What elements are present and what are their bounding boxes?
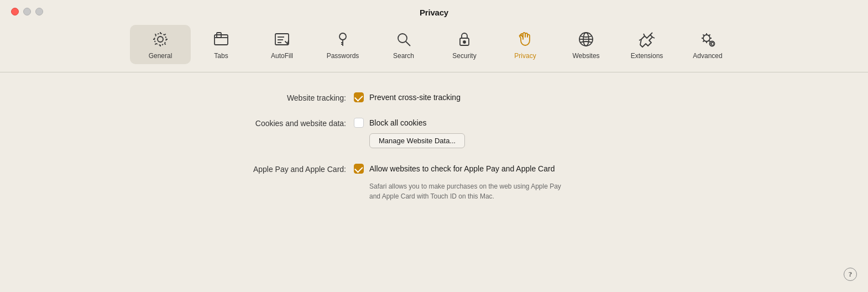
- manage-website-data-button[interactable]: Manage Website Data...: [369, 133, 465, 148]
- tabs-icon: [211, 29, 231, 49]
- window-title: Privacy: [420, 8, 448, 17]
- tab-websites-label: Websites: [572, 52, 599, 60]
- apple-pay-sublabel: Safari allows you to make purchases on t…: [369, 181, 561, 201]
- cookies-checkbox-label: Block all cookies: [369, 118, 427, 127]
- maximize-button[interactable]: [35, 8, 43, 15]
- help-button[interactable]: ?: [844, 268, 857, 281]
- cookies-control: Block all cookies Manage Website Data...: [354, 118, 465, 148]
- search-icon: [394, 29, 414, 49]
- tab-security-label: Security: [452, 52, 476, 60]
- svg-point-19: [703, 35, 710, 41]
- tab-privacy-label: Privacy: [514, 52, 536, 60]
- website-tracking-control: Prevent cross-site tracking: [354, 92, 461, 102]
- security-icon: [454, 29, 474, 49]
- svg-line-13: [406, 41, 410, 46]
- tab-tabs-label: Tabs: [214, 52, 228, 60]
- minimize-button[interactable]: [23, 8, 31, 15]
- apple-pay-row: Apple Pay and Apple Card: Allow websites…: [0, 164, 868, 201]
- apple-pay-label: Apple Pay and Apple Card:: [11, 164, 354, 174]
- close-button[interactable]: [11, 8, 19, 15]
- tab-passwords-label: Passwords: [327, 52, 359, 60]
- cookies-checkbox[interactable]: [354, 118, 364, 128]
- tab-security[interactable]: Security: [434, 25, 495, 64]
- svg-point-0: [158, 36, 163, 42]
- apple-pay-checkbox-row: Allow websites to check for Apple Pay an…: [354, 164, 555, 174]
- apple-pay-checkbox-label: Allow websites to check for Apple Pay an…: [369, 164, 555, 173]
- website-tracking-label: Website tracking:: [11, 92, 354, 102]
- svg-point-15: [463, 41, 466, 43]
- website-tracking-checkbox[interactable]: [354, 92, 364, 102]
- tab-advanced[interactable]: Advanced: [677, 25, 738, 64]
- svg-point-20: [710, 41, 715, 46]
- titlebar: Privacy: [0, 0, 868, 23]
- website-tracking-row: Website tracking: Prevent cross-site tra…: [0, 92, 868, 102]
- advanced-icon: [698, 29, 718, 49]
- tab-autofill-label: AutoFill: [271, 52, 293, 60]
- svg-point-8: [339, 33, 346, 40]
- tab-search-label: Search: [393, 52, 414, 60]
- tab-extensions[interactable]: Extensions: [616, 25, 677, 64]
- extensions-icon: [637, 29, 657, 49]
- content-area: Website tracking: Prevent cross-site tra…: [0, 72, 868, 201]
- general-icon: [150, 29, 170, 49]
- tab-autofill[interactable]: AutoFill: [252, 25, 312, 64]
- tab-general[interactable]: General: [130, 25, 191, 64]
- autofill-icon: [272, 29, 292, 49]
- tab-search[interactable]: Search: [373, 25, 434, 64]
- window-controls: [11, 8, 43, 15]
- tab-general-label: General: [149, 52, 172, 60]
- tab-passwords[interactable]: Passwords: [312, 25, 373, 64]
- tab-privacy[interactable]: Privacy: [495, 25, 556, 64]
- website-tracking-checkbox-label: Prevent cross-site tracking: [369, 93, 461, 102]
- passwords-icon: [333, 29, 353, 49]
- cookies-row: Cookies and website data: Block all cook…: [0, 118, 868, 148]
- cookies-checkbox-row: Block all cookies: [354, 118, 427, 128]
- cookies-label: Cookies and website data:: [11, 118, 354, 128]
- svg-point-12: [398, 34, 407, 43]
- tab-advanced-label: Advanced: [693, 52, 722, 60]
- tab-extensions-label: Extensions: [631, 52, 663, 60]
- privacy-icon: [515, 29, 535, 49]
- tab-tabs[interactable]: Tabs: [191, 25, 252, 64]
- apple-pay-checkbox[interactable]: [354, 164, 364, 174]
- websites-icon: [576, 29, 596, 49]
- apple-pay-control: Allow websites to check for Apple Pay an…: [354, 164, 561, 201]
- website-tracking-checkbox-row: Prevent cross-site tracking: [354, 92, 461, 102]
- toolbar: General Tabs AutoFill: [0, 23, 868, 72]
- tab-websites[interactable]: Websites: [556, 25, 616, 64]
- svg-point-1: [155, 34, 166, 45]
